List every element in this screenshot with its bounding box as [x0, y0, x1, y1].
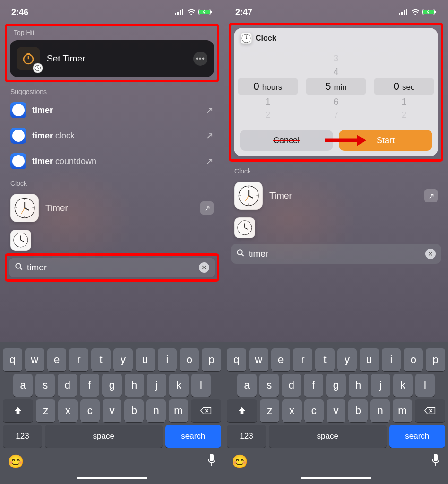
- delete-key[interactable]: [191, 399, 221, 422]
- key-j[interactable]: j: [371, 374, 390, 397]
- search-field[interactable]: ✕: [231, 244, 441, 264]
- suggestion-row[interactable]: timer ↗: [0, 97, 224, 123]
- picker-hours[interactable]: 0hours 1 2: [235, 49, 301, 124]
- key-i[interactable]: i: [158, 348, 177, 371]
- search-field[interactable]: ✕: [9, 258, 215, 277]
- numbers-key[interactable]: 123: [3, 425, 42, 448]
- key-p[interactable]: p: [202, 348, 221, 371]
- suggestion-text: timer: [32, 105, 53, 115]
- key-r[interactable]: r: [69, 348, 88, 371]
- key-e[interactable]: e: [47, 348, 67, 371]
- key-o[interactable]: o: [180, 348, 199, 371]
- top-hit-card[interactable]: Set Timer •••: [10, 40, 214, 77]
- key-s[interactable]: s: [35, 374, 55, 397]
- clock-badge-icon: [33, 63, 43, 73]
- key-q[interactable]: q: [227, 348, 246, 371]
- key-v[interactable]: v: [103, 399, 122, 422]
- key-y[interactable]: y: [337, 348, 357, 371]
- home-indicator[interactable]: [77, 477, 147, 479]
- key-v[interactable]: v: [327, 399, 346, 422]
- key-b[interactable]: b: [348, 399, 368, 422]
- key-f[interactable]: f: [80, 374, 99, 397]
- search-input[interactable]: [249, 249, 422, 259]
- key-g[interactable]: g: [326, 374, 345, 397]
- suggestion-row[interactable]: timer countdown ↗: [0, 148, 224, 174]
- key-r[interactable]: r: [293, 348, 312, 371]
- key-d[interactable]: d: [282, 374, 301, 397]
- highlight-clock-widget: Clock 0hours 1 2 3 4 5min 6 7: [229, 23, 443, 162]
- key-u[interactable]: u: [136, 348, 155, 371]
- dictation-key[interactable]: [207, 453, 216, 470]
- home-indicator[interactable]: [301, 477, 371, 479]
- shift-key[interactable]: [227, 399, 257, 422]
- clock-row-partial[interactable]: [0, 227, 224, 253]
- open-app-button[interactable]: ↗: [424, 189, 438, 202]
- key-f[interactable]: f: [304, 374, 323, 397]
- space-key[interactable]: space: [269, 425, 387, 448]
- start-button[interactable]: Start: [339, 130, 432, 151]
- key-w[interactable]: w: [25, 348, 44, 371]
- clear-button[interactable]: ✕: [425, 249, 436, 259]
- more-menu-button[interactable]: •••: [193, 52, 207, 66]
- key-g[interactable]: g: [102, 374, 121, 397]
- time-picker[interactable]: 0hours 1 2 3 4 5min 6 7 0sec 1: [234, 49, 438, 124]
- clock-row-partial[interactable]: [224, 215, 448, 241]
- key-k[interactable]: k: [393, 374, 413, 397]
- key-d[interactable]: d: [58, 374, 77, 397]
- clock-timer-row[interactable]: Timer ↗: [0, 189, 224, 227]
- key-s[interactable]: s: [259, 374, 279, 397]
- key-q[interactable]: q: [3, 348, 22, 371]
- dictation-key[interactable]: [431, 453, 440, 470]
- svg-rect-3: [182, 9, 183, 15]
- key-h[interactable]: h: [125, 374, 144, 397]
- wifi-icon: [411, 9, 420, 16]
- key-t[interactable]: t: [91, 348, 111, 371]
- suggestion-row[interactable]: timer clock ↗: [0, 123, 224, 148]
- key-k[interactable]: k: [169, 374, 189, 397]
- search-input[interactable]: [27, 262, 195, 273]
- key-o[interactable]: o: [404, 348, 423, 371]
- emoji-key[interactable]: 😊: [8, 454, 24, 469]
- key-u[interactable]: u: [360, 348, 379, 371]
- key-z[interactable]: z: [36, 399, 55, 422]
- space-key[interactable]: space: [45, 425, 163, 448]
- key-l[interactable]: l: [191, 374, 211, 397]
- key-x[interactable]: x: [58, 399, 78, 422]
- key-c[interactable]: c: [304, 399, 324, 422]
- key-z[interactable]: z: [260, 399, 279, 422]
- key-x[interactable]: x: [282, 399, 302, 422]
- key-c[interactable]: c: [80, 399, 100, 422]
- key-h[interactable]: h: [349, 374, 368, 397]
- key-a[interactable]: a: [13, 374, 33, 397]
- key-l[interactable]: l: [415, 374, 435, 397]
- key-t[interactable]: t: [315, 348, 335, 371]
- key-j[interactable]: j: [147, 374, 166, 397]
- key-m[interactable]: m: [393, 399, 412, 422]
- key-e[interactable]: e: [271, 348, 291, 371]
- picker-seconds[interactable]: 0sec 1 2: [371, 49, 437, 124]
- key-b[interactable]: b: [124, 399, 144, 422]
- clear-button[interactable]: ✕: [199, 262, 209, 273]
- keyboard: qwertyuiop asdfghjkl zxcvbnm 123 space s…: [0, 342, 224, 484]
- open-app-button[interactable]: ↗: [200, 201, 214, 215]
- key-i[interactable]: i: [382, 348, 401, 371]
- clock-timer-row[interactable]: Timer ↗: [224, 177, 448, 215]
- key-n[interactable]: n: [370, 399, 390, 422]
- search-key[interactable]: search: [165, 425, 221, 448]
- search-key[interactable]: search: [389, 425, 445, 448]
- key-w[interactable]: w: [249, 348, 268, 371]
- shift-key[interactable]: [3, 399, 33, 422]
- key-m[interactable]: m: [169, 399, 188, 422]
- key-p[interactable]: p: [426, 348, 445, 371]
- emoji-key[interactable]: 😊: [232, 454, 248, 469]
- cancel-button[interactable]: Cancel: [240, 130, 333, 151]
- delete-key[interactable]: [415, 399, 445, 422]
- numbers-key[interactable]: 123: [227, 425, 266, 448]
- widget-buttons: Cancel Start: [234, 124, 438, 156]
- key-a[interactable]: a: [237, 374, 257, 397]
- key-y[interactable]: y: [113, 348, 133, 371]
- section-clock: Clock: [224, 162, 448, 177]
- picker-minutes[interactable]: 3 4 5min 6 7: [303, 49, 369, 124]
- highlight-top-hit: Top Hit Set Timer •••: [5, 24, 219, 82]
- key-n[interactable]: n: [146, 399, 166, 422]
